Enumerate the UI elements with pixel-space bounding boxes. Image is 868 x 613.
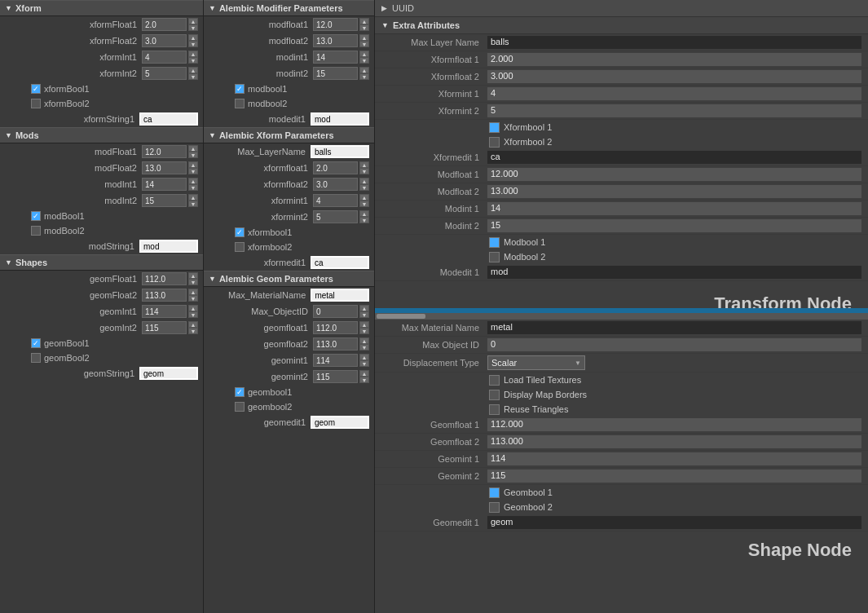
x-xformint1-input[interactable] [313,194,358,207]
geomfloat2-input[interactable] [142,289,187,302]
g-geomfloat1-input[interactable] [313,321,358,334]
m-modint2-input[interactable] [313,67,358,80]
g-geomint2-down[interactable]: ▼ [359,377,369,383]
x-xformint2-input[interactable] [313,210,358,223]
xformfloat1-up[interactable]: ▲ [188,18,198,24]
s-loadtiled-checkbox[interactable] [489,375,500,386]
m-modint2-up[interactable]: ▲ [359,67,369,73]
m-modint1-down[interactable]: ▼ [359,57,369,64]
x-xformbool2-checkbox[interactable] [235,242,245,252]
modfloat2-down[interactable]: ▼ [188,168,198,174]
g-geomfloat2-down[interactable]: ▼ [359,344,369,351]
m-modfloat1-down[interactable]: ▼ [359,24,369,31]
s-displacementtype-dropdown[interactable]: Scalar ▼ [487,355,585,370]
geomfloat2-up[interactable]: ▲ [188,289,198,295]
xformfloat1-down[interactable]: ▼ [188,24,198,31]
r-modbool1-checkbox[interactable]: ✓ [489,237,500,248]
geomfloat1-down[interactable]: ▼ [188,279,198,285]
geomint2-down[interactable]: ▼ [188,328,198,334]
alembic-modifier-header[interactable]: ▼ Alembic Modifier Parameters [204,0,374,16]
m-modfloat1-up[interactable]: ▲ [359,18,369,24]
xformint2-down[interactable]: ▼ [188,73,198,80]
g-geomfloat1-up[interactable]: ▲ [359,321,369,328]
modfloat1-down[interactable]: ▼ [188,152,198,158]
x-xformfloat2-input[interactable] [313,178,358,191]
x-xformfloat2-down[interactable]: ▼ [359,184,369,191]
g-geomfloat2-up[interactable]: ▲ [359,337,369,344]
g-maxmaterialname-input[interactable] [311,289,369,302]
modbool1-checkbox[interactable]: ✓ [31,211,41,221]
xformstring1-input[interactable] [139,112,198,126]
modfloat1-up[interactable]: ▲ [188,145,198,152]
m-modint1-up[interactable]: ▲ [359,51,369,57]
s-geombool1-checkbox[interactable]: ✓ [489,487,500,498]
modbool2-checkbox[interactable] [31,226,41,236]
x-xformint1-up[interactable]: ▲ [359,194,369,201]
m-modfloat2-down[interactable]: ▼ [359,41,369,47]
g-maxobjectid-up[interactable]: ▲ [359,305,369,311]
r-xformbool2-checkbox[interactable] [489,137,500,148]
x-xformfloat1-up[interactable]: ▲ [359,161,369,168]
r-modbool2-checkbox[interactable] [489,252,500,262]
g-geombool2-checkbox[interactable] [235,402,245,412]
s-geombool2-checkbox[interactable] [489,502,500,513]
xformfloat2-up[interactable]: ▲ [188,34,198,41]
xformint2-input[interactable] [142,67,187,80]
modint1-up[interactable]: ▲ [188,178,198,184]
extra-attributes-header[interactable]: ▼ Extra Attributes [375,17,868,34]
modfloat2-up[interactable]: ▲ [188,161,198,168]
g-geomfloat1-down[interactable]: ▼ [359,328,369,334]
g-maxobjectid-down[interactable]: ▼ [359,311,369,318]
xformint1-down[interactable]: ▼ [188,57,198,64]
x-xformfloat2-up[interactable]: ▲ [359,178,369,184]
geombool2-checkbox[interactable] [31,353,41,363]
geomfloat2-down[interactable]: ▼ [188,295,198,302]
modstring1-input[interactable] [139,240,198,253]
modint2-input[interactable] [142,194,187,207]
modfloat1-input[interactable] [142,145,187,158]
m-modfloat2-input[interactable] [313,34,358,47]
mods-section-header[interactable]: ▼ Mods [0,127,203,143]
alembic-geom-header[interactable]: ▼ Alembic Geom Parameters [204,271,374,287]
modint2-down[interactable]: ▼ [188,201,198,207]
xformint1-up[interactable]: ▲ [188,51,198,57]
xformfloat2-input[interactable] [142,34,187,47]
geomint2-up[interactable]: ▲ [188,321,198,328]
m-modint1-input[interactable] [313,51,358,64]
g-geomfloat2-input[interactable] [313,337,358,351]
x-xformint2-down[interactable]: ▼ [359,217,369,223]
geomint1-down[interactable]: ▼ [188,311,198,318]
geomstring1-input[interactable] [139,367,198,380]
xformbool2-checkbox[interactable] [31,99,41,108]
s-displaymap-checkbox[interactable] [489,390,500,400]
modint2-up[interactable]: ▲ [188,194,198,201]
g-geomint2-input[interactable] [313,370,358,383]
x-xformint2-up[interactable]: ▲ [359,210,369,217]
geombool1-checkbox[interactable]: ✓ [31,338,41,348]
x-xformedit1-input[interactable] [311,256,369,269]
modint1-input[interactable] [142,178,187,191]
g-maxobjectid-input[interactable] [313,305,358,318]
g-geombool1-checkbox[interactable]: ✓ [235,387,245,397]
m-modbool2-checkbox[interactable] [235,99,245,108]
m-modint2-down[interactable]: ▼ [359,73,369,80]
x-xformbool1-checkbox[interactable]: ✓ [235,227,245,237]
xformint1-input[interactable] [142,51,187,64]
m-modbool1-checkbox[interactable]: ✓ [235,84,245,94]
x-xformint1-down[interactable]: ▼ [359,201,369,207]
g-geomint2-up[interactable]: ▲ [359,370,369,377]
x-xformfloat1-down[interactable]: ▼ [359,168,369,174]
xform-section-header[interactable]: ▼ Xform [0,0,203,16]
geomint1-input[interactable] [142,305,187,318]
alembic-xform-header[interactable]: ▼ Alembic Xform Parameters [204,127,374,143]
shape-scrollbar[interactable] [375,313,868,320]
geomint1-up[interactable]: ▲ [188,305,198,311]
m-modfloat1-input[interactable] [313,18,358,31]
xformbool1-checkbox[interactable]: ✓ [31,84,41,94]
g-geomedit1-input[interactable] [311,416,369,429]
xformfloat2-down[interactable]: ▼ [188,41,198,47]
geomint2-input[interactable] [142,321,187,334]
geomfloat1-input[interactable] [142,272,187,285]
m-modfloat2-up[interactable]: ▲ [359,34,369,41]
g-geomint1-up[interactable]: ▲ [359,354,369,360]
